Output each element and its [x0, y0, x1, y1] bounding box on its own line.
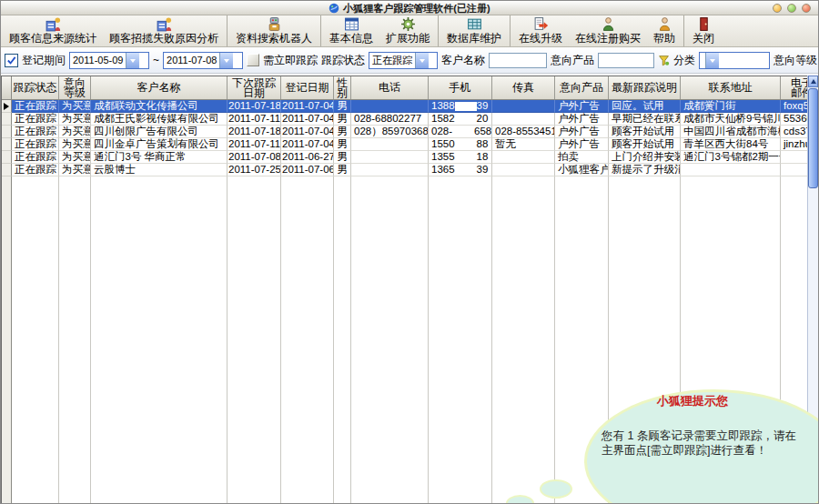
table-row[interactable]: 正在跟踪为买意成都王氏影视传媒有限公司2011-07-112011-07-04男… [2, 113, 818, 126]
column-header-note[interactable]: 最新跟踪说明 [609, 76, 681, 99]
toolbar-item-search-robot[interactable]: 资料搜索机器人 [229, 15, 318, 46]
toolbar-item-extended-functions[interactable]: 扩展功能 [379, 15, 436, 46]
column-header-level[interactable]: 意向 等级 [59, 76, 91, 99]
cell-status [12, 176, 59, 503]
column-header-fax[interactable]: 传真 [492, 76, 555, 99]
date-from-select[interactable]: 2011-05-09 [69, 52, 149, 69]
column-header-phone[interactable]: 电话 [351, 76, 429, 99]
cell-product: 户外广告 [555, 126, 609, 138]
toolbar-item-basic-info[interactable]: 基本信息 [323, 15, 379, 46]
redaction-box [455, 115, 477, 124]
chevron-down-icon [415, 53, 429, 68]
toolbar-item-label: 数据库维护 [447, 32, 501, 45]
cell-reg_date: 2011-07-06 [281, 164, 334, 176]
app-window: 小狐狸客户跟踪管理软件(已注册) 顾客信息来源统计顾客招揽失败原因分析资料搜索机… [0, 0, 819, 504]
chevron-down-icon [126, 53, 139, 68]
table-row[interactable]: 正在跟踪为买意四川金卓广告策划有限公司2011-07-112011-07-04男… [2, 138, 818, 151]
customer-name-input[interactable] [489, 53, 547, 68]
cell-status: 正在跟踪 [12, 138, 59, 151]
cell-phone: 028-68802277 [351, 113, 429, 126]
redaction-box [455, 153, 477, 162]
row-indicator [2, 138, 12, 151]
column-header-status[interactable]: 跟踪状态 [12, 76, 59, 99]
table-row[interactable]: 正在跟踪为买意云股博士2011-07-252011-07-06男136539小狐… [2, 164, 818, 176]
cell-reg_date: 2011-07-04 [281, 100, 334, 113]
period-checkbox[interactable] [5, 54, 18, 67]
column-header-next_date[interactable]: 下次跟踪 日期 [228, 76, 281, 99]
cell-name [91, 176, 228, 503]
toolbar-item-online-register[interactable]: 在线注册购买 [569, 15, 647, 46]
cell-status: 正在跟踪 [12, 113, 59, 126]
column-header-reg_date[interactable]: 登记日期 [281, 76, 334, 99]
redaction-box [455, 140, 477, 149]
chevron-down-icon [705, 53, 719, 68]
cell-address [681, 164, 781, 176]
redaction-box [455, 166, 477, 175]
cell-reg_date: 2011-07-04 [281, 113, 334, 126]
cell-product: 户外广告 [555, 113, 609, 126]
toolbar-item-database-maintenance[interactable]: 数据库维护 [440, 15, 508, 46]
toolbar-item-label: 顾客信息来源统计 [9, 32, 96, 45]
row-indicator-column [2, 176, 12, 503]
toolbar-item-customer-source-stats[interactable]: 顾客信息来源统计 [3, 15, 103, 46]
cell-mobile: 158220 [429, 113, 492, 126]
toolbar-item-help[interactable]: 帮助 [647, 15, 682, 46]
cell-reg_date: 2011-07-04 [281, 126, 334, 138]
toolbar-item-online-upgrade[interactable]: 在线升级 [512, 15, 569, 46]
minimize-button[interactable] [773, 4, 782, 13]
cell-address: 成都黉门街 [681, 100, 781, 113]
table-row[interactable]: 正在跟踪为买意通汇门3号 华商正常2011-07-082011-06-27男13… [2, 151, 818, 164]
column-header-product[interactable]: 意向产品 [555, 76, 609, 99]
column-header-name[interactable]: 客户名称 [91, 76, 228, 99]
date-to-select[interactable]: 2011-07-08 [163, 52, 243, 69]
immediate-follow-checkbox[interactable] [247, 54, 259, 66]
table-row[interactable]: 正在跟踪为买意成都联动文化传播公司2011-07-182011-07-04男13… [2, 100, 818, 113]
cell-next_date [228, 176, 281, 503]
cell-reg_date: 2011-06-27 [281, 151, 334, 164]
track-status-select[interactable]: 正在跟踪 [369, 52, 438, 69]
row-indicator [2, 100, 12, 113]
cell-note: 回应。试用 [609, 100, 681, 113]
cell-product: 户外广告 [555, 138, 609, 151]
cell-mobile: 155088 [429, 138, 492, 151]
cell-next_date: 2011-07-11 [228, 113, 281, 126]
toolbar-item-label: 扩展功能 [386, 32, 430, 45]
maximize-button[interactable] [787, 4, 796, 13]
row-indicator [2, 126, 12, 138]
cell-next_date: 2011-07-11 [228, 138, 281, 151]
search-robot-icon [267, 16, 282, 32]
toolbar-group: 顾客信息来源统计顾客招揽失败原因分析 [3, 15, 225, 46]
cell-gender: 男 [334, 151, 351, 164]
row-indicator [2, 151, 12, 164]
cell-gender: 男 [334, 164, 351, 176]
table-row[interactable]: 正在跟踪为买意四川创限广告有限公司2011-07-182011-07-04男02… [2, 126, 818, 138]
cell-name: 四川金卓广告策划有限公司 [91, 138, 228, 151]
cell-address: 青羊区西大街84号 [681, 138, 781, 151]
extended-functions-icon [400, 16, 416, 32]
column-header-address[interactable]: 联系地址 [681, 76, 781, 99]
column-header-mobile[interactable]: 手机 [429, 76, 492, 99]
category-select[interactable] [699, 52, 770, 69]
cell-note: 顾客开始试用 [609, 138, 681, 151]
failure-analysis-icon [157, 16, 172, 32]
period-label: 登记期间 [22, 53, 66, 68]
scrollbar-thumb[interactable] [808, 88, 818, 188]
cell-phone: 028）85970368 [351, 126, 429, 138]
intent-product-input[interactable] [598, 53, 654, 68]
cell-address: 通汇门3号锦都2期一号商 [681, 151, 781, 164]
cell-phone [351, 138, 429, 151]
scroll-up-button[interactable] [808, 76, 818, 87]
cell-fax [492, 100, 555, 113]
cell-next_date: 2011-07-08 [228, 151, 281, 164]
cell-level [59, 176, 91, 503]
close-button[interactable] [802, 4, 811, 13]
column-header-gender[interactable]: 性 别 [334, 76, 351, 99]
toolbar-group: 关闭 [683, 15, 721, 46]
cell-level: 为买意 [59, 100, 91, 113]
toolbar-item-failure-analysis[interactable]: 顾客招揽失败原因分析 [103, 15, 225, 46]
cell-product: 户外广告 [555, 100, 609, 113]
cell-level: 为买意 [59, 126, 91, 138]
toolbar-item-close[interactable]: 关闭 [686, 15, 721, 46]
cell-phone [351, 164, 429, 176]
basic-info-icon [344, 16, 359, 32]
